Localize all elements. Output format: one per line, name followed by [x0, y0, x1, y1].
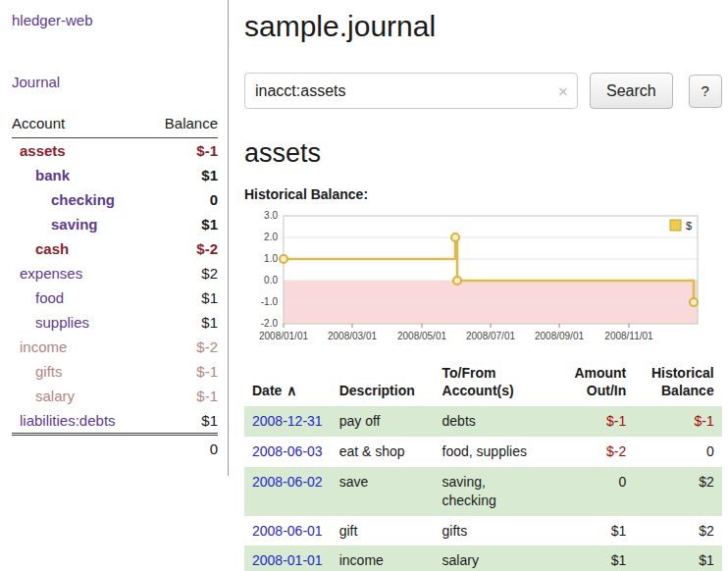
accounts-total-row: 0 — [12, 435, 218, 463]
journal-link[interactable]: Journal — [12, 74, 60, 90]
transaction-accounts: gifts — [435, 516, 561, 546]
transaction-accounts: food, supplies — [435, 437, 561, 467]
chart-x-axis: 2008/01/01 2008/03/01 2008/05/01 2008/07… — [259, 331, 653, 341]
app-window: hledger-web Journal Account Balance asse… — [0, 0, 728, 571]
app-title: hledger-web — [12, 12, 218, 28]
search-box: × — [244, 73, 578, 109]
account-link-bank[interactable]: bank — [35, 167, 70, 183]
register-col-account[interactable]: To/From Account(s) — [435, 361, 561, 406]
transaction-amount: 0 — [561, 467, 634, 516]
sidebar-item-journal: Journal — [12, 74, 218, 90]
transaction-description: save — [332, 467, 435, 516]
account-link-gifts[interactable]: gifts — [35, 363, 63, 380]
account-link-cash[interactable]: cash — [35, 240, 69, 257]
chart-y-axis: 3.0 2.0 1.0 0.0 -1.0 -2.0 — [261, 210, 279, 329]
svg-text:-2.0: -2.0 — [261, 318, 279, 329]
register-col-amount[interactable]: Amount Out/In — [561, 361, 634, 406]
account-balance: $-1 — [148, 359, 218, 384]
register-col-description[interactable]: Description — [332, 361, 435, 406]
transaction-date-link[interactable]: 2008-12-31 — [252, 413, 323, 429]
svg-text:2008/07/01: 2008/07/01 — [466, 331, 515, 341]
transaction-amount: $-1 — [561, 406, 634, 437]
register-col-date[interactable]: Date∧ — [244, 361, 332, 406]
svg-text:2008/01/01: 2008/01/01 — [259, 331, 308, 341]
svg-text:3.0: 3.0 — [264, 210, 278, 221]
svg-text:0.0: 0.0 — [264, 275, 278, 286]
chart-x-ticks — [284, 324, 629, 328]
transaction-balance: $2 — [634, 467, 721, 516]
account-link-supplies[interactable]: supplies — [35, 314, 89, 331]
accounts-total-value: 0 — [148, 435, 218, 463]
chart-title: Historical Balance: — [244, 186, 722, 202]
account-link-assets[interactable]: assets — [20, 142, 66, 159]
transaction-balance: $-1 — [634, 406, 721, 437]
register-row: 2008-06-02 save saving, checking 0 $2 — [244, 467, 722, 516]
transaction-amount: $1 — [561, 516, 634, 546]
account-row-checking: checking 0 — [12, 187, 218, 212]
account-balance: $-2 — [148, 335, 218, 359]
legend-label: $ — [686, 220, 692, 232]
historical-balance-chart: 3.0 2.0 1.0 0.0 -1.0 -2.0 2008/01/01 200… — [244, 206, 713, 349]
app-title-link[interactable]: hledger-web — [12, 12, 93, 28]
register-row: 2008-06-03 eat & shop food, supplies $-2… — [244, 437, 722, 467]
account-row-gifts: gifts $-1 — [12, 359, 218, 384]
transaction-balance: $2 — [634, 516, 721, 546]
account-row-food: food $1 — [12, 286, 218, 310]
svg-text:2.0: 2.0 — [264, 232, 278, 242]
sidebar: hledger-web Journal Account Balance asse… — [0, 0, 229, 476]
account-link-expenses[interactable]: expenses — [20, 265, 82, 282]
register-col-balance[interactable]: Historical Balance — [634, 361, 721, 406]
register-row: 2008-12-31 pay off debts $-1 $-1 — [244, 406, 722, 437]
transaction-date-link[interactable]: 2008-01-01 — [252, 552, 323, 568]
svg-text:2008/05/01: 2008/05/01 — [397, 331, 446, 341]
register-table: Date∧ Description To/From Account(s) Amo… — [244, 361, 722, 571]
account-link-income[interactable]: income — [20, 338, 67, 355]
chart-legend: $ — [670, 220, 692, 232]
transaction-date-link[interactable]: 2008-06-02 — [252, 474, 323, 490]
account-row-salary: salary $-1 — [12, 384, 218, 408]
account-balance: $1 — [148, 212, 218, 236]
legend-swatch — [670, 220, 681, 231]
account-link-food[interactable]: food — [35, 289, 64, 306]
transaction-amount: $-2 — [561, 437, 634, 467]
transaction-amount: $1 — [561, 545, 634, 571]
transaction-date-link[interactable]: 2008-06-01 — [252, 523, 323, 539]
account-balance: $-1 — [148, 138, 218, 164]
svg-text:2008/03/01: 2008/03/01 — [328, 331, 377, 341]
search-bar: × Search ? — [244, 73, 722, 109]
search-button[interactable]: Search — [590, 73, 673, 109]
accounts-col-account: Account — [12, 112, 148, 138]
transaction-balance: 0 — [634, 437, 721, 467]
accounts-col-balance: Balance — [148, 112, 218, 138]
account-link-liabilities-debts[interactable]: liabilities:debts — [20, 412, 116, 429]
register-row: 2008-06-01 gift gifts $1 $2 — [244, 516, 722, 546]
transaction-description: income — [332, 545, 435, 571]
sort-ascending-icon: ∧ — [286, 383, 296, 398]
main-content: sample.journal × Search ? assets Histori… — [229, 0, 728, 571]
svg-text:-1.0: -1.0 — [261, 296, 279, 307]
account-balance: $-2 — [148, 236, 218, 261]
account-link-salary[interactable]: salary — [35, 388, 75, 404]
account-row-bank: bank $1 — [12, 163, 218, 187]
transaction-balance: $1 — [634, 545, 721, 571]
transaction-date-link[interactable]: 2008-06-03 — [252, 443, 323, 459]
help-button[interactable]: ? — [689, 75, 722, 108]
account-row-assets: assets $-1 — [12, 138, 218, 164]
page-title: sample.journal — [244, 10, 722, 43]
transaction-accounts: saving, checking — [435, 467, 561, 516]
account-balance: $-1 — [148, 384, 218, 408]
clear-search-icon[interactable]: × — [558, 82, 568, 99]
account-balance: $1 — [148, 286, 218, 310]
transaction-description: gift — [332, 516, 435, 546]
register-row: 2008-01-01 income salary $1 $1 — [244, 545, 722, 571]
account-row-liabilities-debts: liabilities:debts $1 — [12, 408, 218, 435]
transaction-accounts: debts — [435, 406, 561, 437]
svg-text:1.0: 1.0 — [264, 253, 278, 264]
account-link-saving[interactable]: saving — [51, 216, 98, 233]
account-heading: assets — [244, 138, 722, 169]
transaction-description: pay off — [332, 406, 435, 437]
account-row-income: income $-2 — [12, 335, 218, 359]
account-link-checking[interactable]: checking — [51, 191, 115, 208]
search-input[interactable] — [244, 73, 578, 109]
account-row-cash: cash $-2 — [12, 236, 218, 261]
